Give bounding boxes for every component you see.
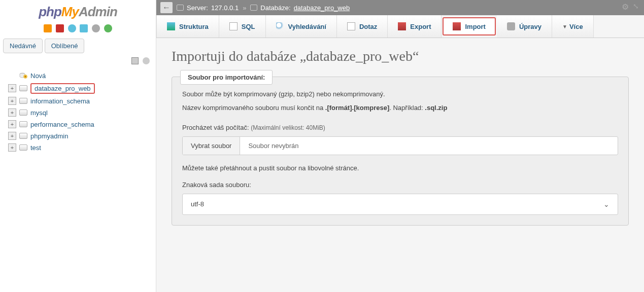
charset-select[interactable]: utf-8 ⌄: [182, 194, 618, 215]
tree-item-performance-schema[interactable]: +performance_schema: [8, 119, 156, 130]
charset-value: utf-8: [191, 200, 204, 208]
vyhledavani-icon: [276, 22, 284, 30]
favorites-tab[interactable]: Oblíbené: [45, 39, 85, 53]
tab-sql[interactable]: SQL: [219, 15, 266, 38]
sidebar-tabs: Nedávné Oblíbené: [0, 36, 156, 55]
tab-label: Export: [410, 23, 431, 30]
tab-label: Vyhledávání: [288, 23, 326, 30]
server-value: 127.0.0.1: [211, 4, 239, 12]
collapse-panel-icon[interactable]: ⤡: [633, 2, 639, 12]
breadcrumb-db[interactable]: Databáze: databaze_pro_web: [250, 4, 350, 12]
desc-line2-bold2: .sql.zip: [425, 104, 447, 112]
logo[interactable]: phpMyAdmin: [0, 0, 156, 22]
upravy-icon: [507, 22, 515, 30]
tree-actions: [0, 55, 156, 68]
tab-label: SQL: [242, 23, 255, 30]
logo-php: php: [39, 4, 61, 19]
tree-item-label: Nová: [30, 71, 46, 80]
charset-label: Znaková sada souboru:: [182, 181, 618, 189]
database-icon: [19, 133, 27, 139]
tab-export[interactable]: Export: [388, 15, 442, 38]
browse-label-text: Procházet váš počítač:: [182, 124, 249, 131]
drag-hint: Můžete také přetáhnout a pustit soubor n…: [182, 164, 618, 172]
struktura-icon: [167, 22, 175, 30]
chevron-down-icon: ▼: [562, 24, 567, 29]
database-icon: [250, 5, 257, 11]
dotaz-icon: [347, 22, 355, 30]
desc-line2-prefix: Název komprimovaného souboru musí končit…: [182, 104, 325, 112]
file-input-row: Vybrat soubor Soubor nevybrán: [182, 136, 618, 155]
tab-label: Struktura: [179, 23, 209, 30]
database-icon: [19, 110, 27, 116]
help-icon[interactable]: [68, 24, 76, 32]
main: ← Server: 127.0.0.1 » Databáze: databaze…: [156, 0, 644, 292]
docs-icon[interactable]: [80, 24, 88, 32]
main-tabs: StrukturaSQLVyhledáváníDotazExportImport…: [156, 15, 644, 38]
tab-struktura[interactable]: Struktura: [156, 15, 219, 38]
tab-label: Úpravy: [519, 23, 541, 30]
tree-item-label: phpmyadmin: [30, 132, 68, 140]
tab-import[interactable]: Import: [443, 17, 495, 35]
tab-label: Import: [465, 23, 485, 30]
sidebar-toolbar: [0, 22, 156, 36]
server-icon: [177, 5, 184, 11]
tree-item-label: performance_schema: [30, 120, 94, 129]
new-database-icon: [19, 72, 27, 79]
expand-icon[interactable]: +: [8, 97, 16, 105]
tab-upravy[interactable]: Úpravy: [497, 15, 552, 38]
expand-icon[interactable]: +: [8, 120, 16, 128]
desc-line1: Soubor může být komprimovaný (gzip, bzip…: [182, 89, 618, 100]
logout-icon[interactable]: [56, 24, 64, 32]
db-label: Databáze:: [260, 4, 290, 12]
tree-item-information-schema[interactable]: +information_schema: [8, 95, 156, 107]
tree-item-label: mysql: [30, 108, 48, 117]
back-button[interactable]: ←: [160, 2, 173, 13]
gear-icon[interactable]: ⚙: [622, 2, 629, 12]
export-icon: [398, 22, 406, 30]
expand-icon[interactable]: +: [8, 108, 16, 117]
database-icon: [19, 98, 27, 104]
expand-icon[interactable]: +: [8, 132, 16, 140]
tree-item-databaze-pro-web[interactable]: +databaze_pro_web: [8, 82, 156, 95]
chevron-down-icon: ⌄: [603, 200, 609, 208]
tree-item-label: test: [30, 143, 41, 152]
database-icon: [19, 85, 27, 91]
link-icon[interactable]: [143, 57, 150, 64]
breadcrumb-server[interactable]: Server: 127.0.0.1: [177, 4, 239, 12]
browse-label: Procházet váš počítač: (Maximální veliko…: [182, 124, 618, 131]
tree-item-test[interactable]: +test: [8, 142, 156, 154]
tree-item-phpmyadmin[interactable]: +phpmyadmin: [8, 130, 156, 142]
tree-item-label: information_schema: [30, 97, 90, 105]
import-icon: [453, 22, 461, 30]
desc-line2: Název komprimovaného souboru musí končit…: [182, 103, 618, 114]
tree-item-label: databaze_pro_web: [30, 83, 95, 94]
expand-icon[interactable]: +: [8, 84, 16, 92]
import-fieldset: Soubor pro importování: Soubor může být …: [172, 77, 629, 226]
breadcrumb-sep: »: [243, 4, 246, 12]
desc-line2-bold: .[formát].[komprese]: [325, 104, 389, 112]
settings-icon[interactable]: [92, 24, 100, 32]
sql-icon: [229, 22, 238, 30]
tab-vice[interactable]: ▼Více: [552, 15, 594, 38]
collapse-all-icon[interactable]: [131, 57, 139, 64]
page-title: Importuji do databáze „databaze_pro_web“: [172, 48, 629, 64]
content: Importuji do databáze „databaze_pro_web“…: [156, 38, 644, 292]
database-icon: [19, 121, 27, 127]
tab-vyhledavani[interactable]: Vyhledávání: [266, 15, 337, 38]
max-size: (Maximální velikost: 40MiB): [251, 124, 325, 131]
server-label: Server:: [187, 4, 208, 12]
reload-icon[interactable]: [104, 24, 112, 32]
tree-item-nov-[interactable]: Nová: [8, 70, 156, 82]
topbar-actions: ⚙ ⤡: [622, 2, 639, 12]
expand-icon[interactable]: +: [8, 143, 16, 152]
tree-item-mysql[interactable]: +mysql: [8, 107, 156, 119]
home-icon[interactable]: [44, 24, 52, 32]
fieldset-legend: Soubor pro importování:: [180, 70, 273, 85]
tab-label: Dotaz: [359, 23, 377, 30]
recent-tab[interactable]: Nedávné: [3, 39, 43, 53]
choose-file-button[interactable]: Vybrat soubor: [183, 137, 240, 155]
db-tree: Nová+databaze_pro_web+information_schema…: [0, 68, 156, 154]
tab-dotaz[interactable]: Dotaz: [337, 15, 388, 38]
topbar: ← Server: 127.0.0.1 » Databáze: databaze…: [156, 0, 644, 15]
logo-my: My: [61, 4, 79, 19]
